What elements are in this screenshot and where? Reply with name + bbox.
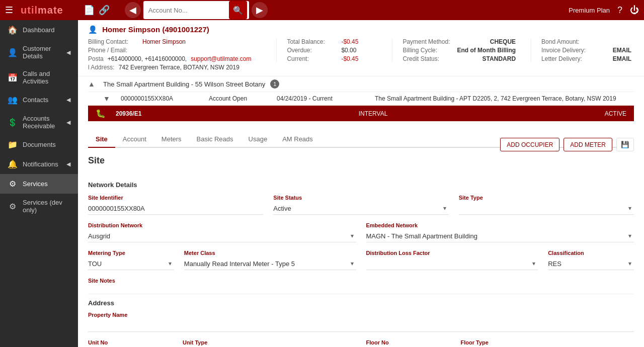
share-icon[interactable]: 🔗	[99, 5, 110, 16]
tab-usage[interactable]: Usage	[241, 131, 275, 148]
service-collapse-toggle[interactable]: ▼	[103, 95, 113, 103]
service-detail-bar: 🐛 20936/E1 INTERVAL ACTIVE	[88, 106, 634, 121]
network-row-1: Site Identifier 0000000155XX80A Site Sta…	[88, 195, 634, 215]
power-icon[interactable]: ⏻	[630, 5, 639, 16]
metering-type-select[interactable]: TOU	[88, 258, 174, 270]
sidebar-item-services-dev[interactable]: ⚙ Services (dev only)	[0, 194, 78, 219]
dollar-icon: 💲	[8, 118, 18, 127]
floor-no-label: Floor No	[366, 339, 451, 345]
floor-no-group: Floor No	[366, 339, 451, 347]
account-count-badge: 1	[270, 79, 279, 89]
service-account-row: ▼ 0000000155XX80A Account Open 04/24/201…	[88, 92, 634, 106]
site-type-label: Site Type	[459, 195, 634, 201]
account-search-input[interactable]	[143, 4, 229, 17]
site-status-label: Site Status	[273, 195, 448, 201]
sidebar-item-label: Contacts	[23, 96, 61, 104]
help-icon[interactable]: ?	[617, 5, 622, 16]
sidebar-item-notifications[interactable]: 🔔 Notifications ◀	[0, 154, 78, 174]
address-row-1: Property Name	[88, 312, 634, 332]
current-value: -$0.45	[341, 55, 358, 62]
site-type-group: Site Type	[459, 195, 634, 215]
save-button[interactable]: 💾	[616, 138, 634, 151]
tab-am-reads[interactable]: AM Reads	[275, 131, 320, 148]
chevron-icon: ◀	[66, 97, 70, 103]
unit-type-group: Unit Type	[183, 339, 356, 347]
nav-forward-button[interactable]: ▶	[252, 2, 268, 18]
home-icon: 🏠	[8, 25, 18, 35]
address-title: Address	[88, 294, 634, 307]
sidebar-item-label: Services	[23, 180, 70, 188]
address-row-2: Unit No Unit Type Floor No Floor Type	[88, 339, 634, 347]
search-button[interactable]: 🔍	[229, 1, 247, 19]
letter-delivery-value: EMAIL	[613, 55, 631, 62]
network-details-section: Network Details Site Identifier 00000001…	[88, 181, 634, 284]
meter-class-select[interactable]: Manually Read Interval Meter - Type 5	[184, 258, 356, 270]
site-actions: ADD OCCUPIER ADD METER 💾	[500, 138, 634, 151]
sidebar-item-accounts-receivable[interactable]: 💲 Accounts Receivable ◀	[0, 110, 78, 135]
address-value: 742 Evergreen Terrace, BOTANY, NSW 2019	[119, 64, 239, 71]
sidebar-item-dashboard[interactable]: 🏠 Dashboard	[0, 20, 78, 40]
sidebar-item-label: Accounts Receivable	[23, 115, 61, 130]
tab-account[interactable]: Account	[115, 131, 154, 148]
plan-label: Premium Plan	[569, 7, 610, 14]
tab-meters[interactable]: Meters	[154, 131, 189, 148]
gear-dev-icon: ⚙	[8, 202, 18, 211]
folder-icon: 📁	[8, 140, 18, 149]
site-panel-title: Site	[88, 155, 105, 166]
sidebar-item-calls-activities[interactable]: 📅 Calls and Activities	[0, 65, 78, 90]
add-meter-button[interactable]: ADD METER	[564, 138, 612, 151]
unit-no-group: Unit No	[88, 339, 173, 347]
add-occupier-button[interactable]: ADD OCCUPIER	[500, 138, 559, 151]
tab-site[interactable]: Site	[88, 131, 115, 148]
sidebar-item-contacts[interactable]: 👥 Contacts ◀	[0, 90, 78, 110]
site-type-select[interactable]	[459, 203, 634, 215]
site-notes-label: Site Notes	[88, 278, 634, 284]
payment-method-value: CHEQUE	[490, 38, 516, 45]
building-name: The Small Apartment Building - 55 Wilson…	[103, 80, 265, 88]
customer-name: 👤 Homer Simpson (4901001227)	[88, 25, 634, 34]
invoice-delivery-value: EMAIL	[613, 47, 631, 54]
sidebar-item-documents[interactable]: 📁 Documents	[0, 135, 78, 154]
metering-type-group: Metering Type TOU	[88, 250, 174, 270]
doc-icon[interactable]: 📄	[84, 5, 95, 16]
sidebar: 🏠 Dashboard 👤 Customer Details ◀ 📅 Calls…	[0, 20, 78, 347]
classification-select[interactable]: RES	[548, 258, 634, 270]
topbar: ☰ utilmate 📄 🔗 ◀ 🔍 ▶ Premium Plan ? ⏻	[0, 0, 644, 20]
service-status: ACTIVE	[605, 110, 626, 117]
letter-delivery-label: Letter Delivery:	[541, 55, 592, 62]
gear-icon: ⚙	[8, 179, 18, 189]
postal-label: Posta	[88, 55, 104, 62]
sidebar-item-customer-details[interactable]: 👤 Customer Details ◀	[0, 40, 78, 65]
menu-icon[interactable]: ☰	[5, 5, 13, 16]
tab-basic-reads[interactable]: Basic Reads	[189, 131, 241, 148]
current-label: Current:	[287, 55, 337, 62]
distribution-loss-label: Distribution Loss Factor	[366, 250, 538, 256]
collapse-toggle[interactable]: ▲	[88, 80, 98, 88]
unit-no-label: Unit No	[88, 339, 173, 345]
bell-icon: 🔔	[8, 159, 18, 169]
site-content: Site ADD OCCUPIER ADD METER 💾 Network De…	[78, 148, 644, 347]
meter-class-label: Meter Class	[184, 250, 356, 256]
sidebar-item-services[interactable]: ⚙ Services	[0, 174, 78, 194]
property-name-input[interactable]	[88, 320, 634, 332]
account-section: ▲ The Small Apartment Building - 55 Wils…	[78, 76, 644, 106]
sidebar-item-label: Calls and Activities	[23, 70, 70, 85]
service-type: INTERVAL	[151, 110, 594, 117]
network-row-4: Site Notes	[88, 278, 634, 284]
site-status-select[interactable]: Active	[273, 203, 448, 215]
site-identifier-value: 0000000155XX80A	[88, 203, 263, 215]
calendar-icon: 📅	[8, 73, 18, 82]
sidebar-item-label: Dashboard	[23, 26, 70, 34]
nav-back-button[interactable]: ◀	[125, 2, 141, 18]
site-identifier-label: Site Identifier	[88, 195, 263, 201]
distribution-network-select[interactable]: Ausgrid	[88, 230, 356, 242]
site-status-group: Site Status Active	[273, 195, 448, 215]
credit-status-label: Credit Status:	[403, 55, 453, 62]
sidebar-item-label: Notifications	[23, 160, 61, 168]
classification-group: Classification RES	[548, 250, 634, 270]
metering-type-label: Metering Type	[88, 250, 174, 256]
logo: utilmate	[21, 5, 63, 16]
embedded-network-select[interactable]: MAGN - The Small Apartment Building	[366, 230, 634, 242]
distribution-loss-select[interactable]	[366, 258, 538, 270]
main-content: 👤 Homer Simpson (4901001227) Billing Con…	[78, 20, 644, 347]
